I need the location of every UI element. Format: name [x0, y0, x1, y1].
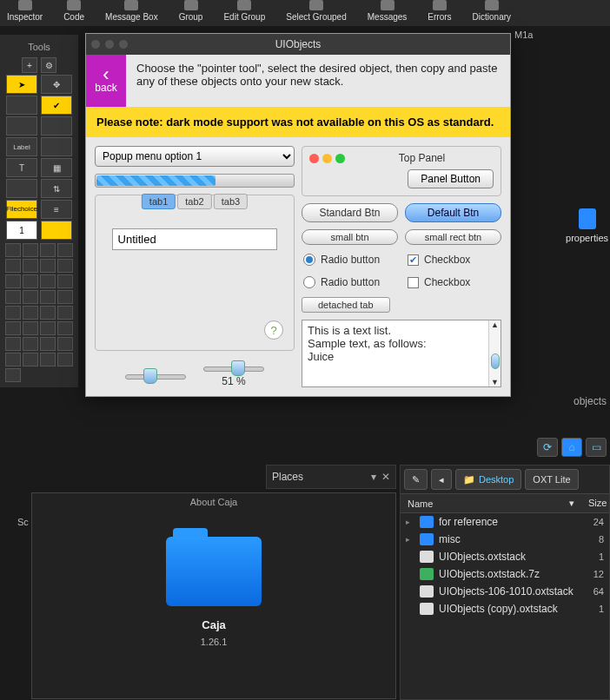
slider-thumb-icon[interactable] [231, 360, 245, 376]
toolbar-errors[interactable]: Errors [428, 0, 451, 22]
toolbar-group[interactable]: Group [179, 0, 203, 22]
traffic-close-icon[interactable] [91, 40, 100, 49]
paint-tool-2[interactable] [23, 321, 38, 335]
tab1[interactable]: tab1 [142, 194, 176, 209]
desktop-properties-icon[interactable]: properties [566, 208, 608, 243]
fm-col-name[interactable]: Name▾ [401, 494, 581, 512]
checkbox-2[interactable]: Checkbox [408, 276, 500, 288]
shape-tool-6[interactable] [23, 259, 38, 273]
places-dropdown-icon[interactable]: ▾ [371, 471, 376, 483]
draw-tool-7[interactable] [40, 306, 56, 320]
draw-tool-6[interactable] [23, 306, 38, 320]
shape-tool-7[interactable] [40, 259, 56, 273]
pointer-tool[interactable]: ➤ [6, 75, 37, 94]
palette-add-icon[interactable]: + [22, 57, 37, 73]
fm-row-folder[interactable]: ▸misc8 [401, 531, 609, 548]
shape-tool-11[interactable] [40, 274, 56, 288]
round-tool[interactable] [41, 116, 72, 135]
paint-tool-1[interactable] [5, 321, 21, 335]
places-close-icon[interactable]: ✕ [381, 471, 390, 483]
paint-tool-8[interactable] [57, 337, 73, 351]
popup-menu[interactable]: Popup menu option 1 [95, 146, 295, 167]
scroll-thumb[interactable] [491, 353, 500, 369]
scroll-up-icon[interactable]: ▲ [491, 320, 499, 329]
toolbar-message-box[interactable]: Message Box [105, 0, 158, 22]
view-icon[interactable]: ▭ [586, 438, 607, 457]
standard-button[interactable]: Standard Btn [302, 203, 398, 222]
traffic-max-icon[interactable] [119, 40, 128, 49]
text-tool[interactable]: T [6, 158, 37, 177]
panel-close-icon[interactable] [309, 154, 319, 163]
box-tool[interactable] [41, 137, 72, 156]
shape-tool-9[interactable] [5, 274, 21, 288]
back-button[interactable]: ‹back [86, 55, 126, 107]
rect-tool[interactable] [6, 96, 37, 115]
draw-tool-3[interactable] [40, 290, 56, 304]
detached-tab-button[interactable]: detached tab [302, 297, 390, 313]
fm-row-file[interactable]: UIObjects-106-1010.oxtstack64 [401, 583, 609, 600]
menu-tool[interactable]: ≡ [41, 200, 72, 219]
numeric-field[interactable]: 1 [6, 221, 37, 240]
fm-back-icon[interactable]: ◂ [431, 469, 452, 490]
draw-tool-8[interactable] [57, 306, 73, 320]
traffic-min-icon[interactable] [105, 40, 114, 49]
small-button[interactable]: small btn [302, 229, 398, 245]
panel-min-icon[interactable] [322, 154, 332, 163]
toolbar-code[interactable]: Code [63, 0, 84, 22]
untitled-field[interactable] [112, 228, 278, 250]
small-rect-button[interactable]: small rect btn [405, 229, 501, 245]
default-button[interactable]: Default Btn [405, 203, 501, 222]
draw-tool-1[interactable] [5, 290, 21, 304]
home-icon[interactable]: ⌂ [561, 438, 582, 457]
misc-tool-4[interactable] [57, 353, 73, 367]
radio-2[interactable]: Radio button [303, 276, 395, 288]
panel-max-icon[interactable] [335, 154, 345, 163]
shape-tool-1[interactable] [5, 243, 21, 257]
edit-pointer-tool[interactable]: ✥ [41, 75, 72, 94]
slider-thumb-icon[interactable] [143, 368, 157, 384]
toolbar-messages[interactable]: Messages [368, 0, 408, 22]
fm-oxt-button[interactable]: OXT Lite [525, 469, 578, 490]
radio-1[interactable]: Radio button [303, 254, 395, 266]
paint-tool-3[interactable] [40, 321, 56, 335]
grid-tool[interactable]: ▦ [41, 158, 72, 177]
paint-tool-6[interactable] [23, 337, 38, 351]
check-tool[interactable]: ✔ [41, 96, 72, 115]
panel-button[interactable]: Panel Button [408, 169, 494, 188]
fm-row-file[interactable]: UIObjects.oxtstack1 [401, 548, 609, 565]
shape-tool-3[interactable] [40, 243, 56, 257]
fm-edit-icon[interactable]: ✎ [404, 469, 428, 490]
fm-desktop-button[interactable]: 📁Desktop [455, 469, 521, 490]
label-tool[interactable]: Label [6, 137, 37, 156]
checkbox-1[interactable]: ✔Checkbox [408, 254, 500, 266]
help-icon[interactable]: ? [264, 320, 283, 340]
fm-row-file[interactable]: UIObjects (copy).oxtstack1 [401, 600, 609, 617]
text-list[interactable]: This is a text list. Sample text, as fol… [302, 320, 501, 387]
tab-tool[interactable] [6, 179, 37, 198]
misc-tool-2[interactable] [23, 353, 38, 367]
stepper-tool[interactable]: ⇅ [41, 179, 72, 198]
draw-tool-5[interactable] [5, 306, 21, 320]
shape-tool-4[interactable] [57, 243, 73, 257]
expand-icon[interactable]: ▸ [406, 535, 414, 544]
paint-tool-7[interactable] [40, 337, 56, 351]
paint-tool-4[interactable] [57, 321, 73, 335]
reload-icon[interactable]: ⟳ [537, 438, 558, 457]
palette-gear-icon[interactable]: ⚙ [41, 57, 56, 73]
shape-tool-8[interactable] [57, 259, 73, 273]
toolbar-edit-group[interactable]: Edit Group [223, 0, 265, 22]
scrollbar[interactable]: ▲▼ [488, 320, 501, 386]
slider-1[interactable] [125, 374, 186, 380]
tab2[interactable]: tab2 [177, 194, 211, 209]
shape-tool-5[interactable] [5, 259, 21, 273]
toolbar-inspector[interactable]: Inspector [7, 0, 43, 22]
misc-tool-1[interactable] [5, 353, 21, 367]
color-tool[interactable] [41, 221, 72, 240]
fm-row-folder[interactable]: ▸for reference24 [401, 513, 609, 531]
shape-tool-12[interactable] [57, 274, 73, 288]
scroll-down-icon[interactable]: ▼ [491, 378, 499, 386]
slider-2[interactable] [203, 367, 264, 372]
field-tool[interactable] [6, 116, 37, 135]
window-titlebar[interactable]: UIObjects [86, 34, 510, 55]
file-choice-tool[interactable]: Filechoice [6, 200, 37, 219]
